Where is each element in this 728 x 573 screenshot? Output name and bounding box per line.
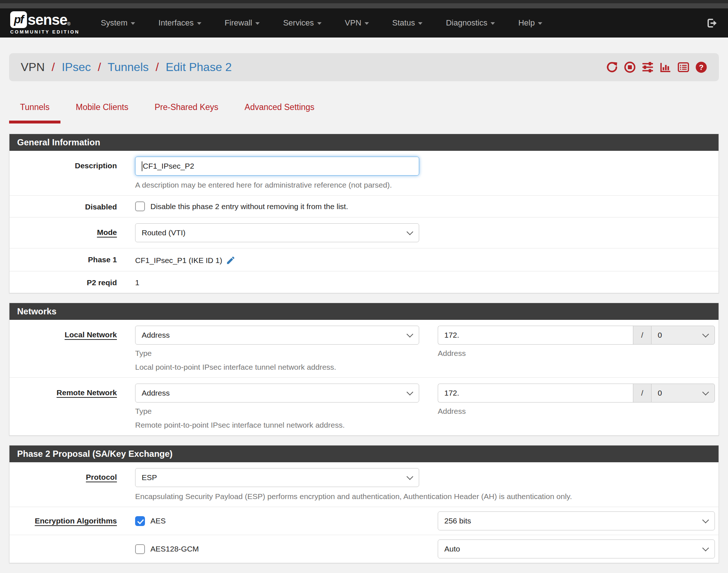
sign-out-icon[interactable]	[706, 17, 718, 29]
menu-vpn-label: VPN	[345, 18, 361, 28]
chevron-down-icon	[255, 22, 260, 25]
menu-system[interactable]: System	[101, 18, 135, 28]
aes128gcm-checkbox-label: AES128-GCM	[150, 545, 199, 553]
menu-firewall[interactable]: Firewall	[225, 18, 260, 28]
remote-network-mask-select[interactable]: 0	[651, 384, 715, 403]
mode-row: Mode Routed (VTI)	[9, 217, 719, 248]
menu-status[interactable]: Status	[392, 18, 422, 28]
menu-help[interactable]: Help	[518, 18, 542, 28]
panel-title-general: General Information	[9, 134, 719, 151]
top-navbar: pf sense ® COMMUNITY EDITION System Inte…	[0, 8, 728, 38]
breadcrumb: VPN / IPsec / Tunnels / Edit Phase 2	[9, 53, 719, 81]
chevron-down-icon	[406, 473, 413, 480]
refresh-icon[interactable]	[606, 61, 618, 73]
protocol-help: Encapsulating Security Payload (ESP) per…	[135, 492, 715, 501]
menu-status-label: Status	[392, 18, 415, 28]
protocol-select[interactable]: ESP	[135, 468, 419, 487]
menu-diagnostics[interactable]: Diagnostics	[446, 18, 495, 28]
sliders-icon[interactable]	[642, 61, 654, 73]
window-chrome-strip-light	[0, 3, 728, 8]
chevron-down-icon	[418, 22, 422, 25]
panel-title-networks: Networks	[9, 303, 719, 320]
disabled-label: Disabled	[9, 201, 117, 211]
phase1-label: Phase 1	[9, 254, 117, 265]
description-label: Description	[9, 157, 117, 189]
protocol-label: Protocol	[9, 468, 117, 501]
phase1-row: Phase 1 CF1_IPsec_P1 (IKE ID 1)	[9, 248, 719, 271]
aes128gcm-keylen-value: Auto	[444, 545, 460, 553]
remote-network-type-select[interactable]: Address	[135, 384, 419, 403]
remote-network-address-input[interactable]: 172.	[438, 384, 633, 403]
main-menu: System Interfaces Firewall Services VPN …	[101, 18, 543, 28]
mode-select[interactable]: Routed (VTI)	[135, 223, 419, 242]
local-network-address-input[interactable]: 172.	[438, 326, 633, 345]
pf-logo-mark: pf	[10, 11, 27, 28]
encryption-algorithms-label: Encryption Algorithms	[9, 517, 117, 525]
local-network-type-select[interactable]: Address	[135, 326, 419, 345]
menu-vpn[interactable]: VPN	[345, 18, 369, 28]
chevron-down-icon	[131, 22, 135, 25]
disabled-checkbox-label: Disable this phase 2 entry without remov…	[150, 202, 348, 211]
aes-checkbox[interactable]	[135, 516, 145, 526]
general-information-panel: General Information Description CF1_IPse…	[9, 134, 719, 293]
pfsense-logo[interactable]: pf sense ® COMMUNITY EDITION	[10, 11, 80, 35]
disabled-checkbox[interactable]	[135, 201, 145, 211]
remote-network-type-help: Type	[135, 407, 419, 416]
local-network-row: Local Network Address Type 172. /	[9, 320, 719, 378]
local-network-mask-select[interactable]: 0	[651, 326, 715, 345]
tab-mobile-clients[interactable]: Mobile Clients	[65, 102, 139, 115]
help-icon[interactable]: ?	[695, 61, 707, 73]
breadcrumb-separator: /	[94, 60, 105, 74]
brand-edition-text: COMMUNITY EDITION	[10, 29, 80, 35]
menu-interfaces[interactable]: Interfaces	[158, 18, 201, 28]
aes128gcm-keylen-select[interactable]: Auto	[438, 539, 715, 558]
aes-checkbox-label: AES	[150, 517, 166, 525]
tab-tunnels[interactable]: Tunnels	[9, 102, 60, 115]
local-network-slash-addon: /	[633, 326, 651, 345]
local-network-address-help: Address	[438, 349, 715, 358]
description-row: Description CF1_IPsec_P2 A description m…	[9, 151, 719, 196]
disabled-row: Disabled Disable this phase 2 entry with…	[9, 196, 719, 217]
chevron-down-icon	[491, 22, 495, 25]
list-icon[interactable]	[677, 61, 689, 73]
aes-keylen-value: 256 bits	[444, 517, 471, 525]
registered-mark: ®	[67, 21, 70, 27]
bar-chart-icon[interactable]	[660, 61, 672, 73]
local-network-label: Local Network	[9, 326, 117, 372]
panel-title-proposal: Phase 2 Proposal (SA/Key Exchange)	[9, 446, 719, 462]
tab-pre-shared-keys[interactable]: Pre-Shared Keys	[143, 102, 229, 115]
phase2-proposal-panel: Phase 2 Proposal (SA/Key Exchange) Proto…	[9, 445, 719, 563]
breadcrumb-separator: /	[48, 60, 59, 74]
breadcrumb-link-ipsec[interactable]: IPsec	[62, 60, 91, 74]
aes-keylen-select[interactable]: 256 bits	[438, 511, 715, 530]
edit-pencil-icon[interactable]	[226, 255, 236, 265]
breadcrumb-link-edit-phase2[interactable]: Edit Phase 2	[166, 60, 232, 74]
svg-text:?: ?	[699, 63, 704, 71]
brand-sense-text: sense	[28, 12, 67, 28]
remote-network-row-help: Remote point-to-point IPsec interface tu…	[135, 421, 715, 429]
menu-services-label: Services	[283, 18, 314, 28]
local-network-mask-value: 0	[658, 331, 662, 340]
encryption-aes128gcm-row: AES128-GCM Auto	[9, 535, 719, 563]
chevron-down-icon	[702, 517, 709, 523]
tab-advanced-settings[interactable]: Advanced Settings	[234, 102, 326, 115]
menu-services[interactable]: Services	[283, 18, 321, 28]
networks-panel: Networks Local Network Address Type 172.	[9, 303, 719, 436]
breadcrumb-section: VPN / IPsec / Tunnels / Edit Phase 2	[0, 38, 728, 81]
p2reqid-row: P2 reqid 1	[9, 271, 719, 293]
breadcrumb-link-tunnels[interactable]: Tunnels	[108, 60, 149, 74]
menu-interfaces-label: Interfaces	[158, 18, 194, 28]
mode-value: Routed (VTI)	[142, 228, 185, 237]
chevron-down-icon	[406, 389, 413, 395]
description-value: CF1_IPsec_P2	[143, 162, 194, 170]
description-input[interactable]: CF1_IPsec_P2	[135, 157, 419, 176]
text-caret	[142, 161, 142, 171]
stop-circle-icon[interactable]	[624, 61, 636, 73]
local-network-type-help: Type	[135, 349, 419, 358]
remote-network-address-value: 172.	[444, 389, 459, 397]
menu-system-label: System	[101, 18, 127, 28]
window-chrome-strip	[0, 0, 728, 3]
remote-network-label: Remote Network	[9, 384, 117, 429]
aes128gcm-checkbox[interactable]	[135, 544, 145, 554]
chevron-down-icon	[406, 228, 413, 235]
